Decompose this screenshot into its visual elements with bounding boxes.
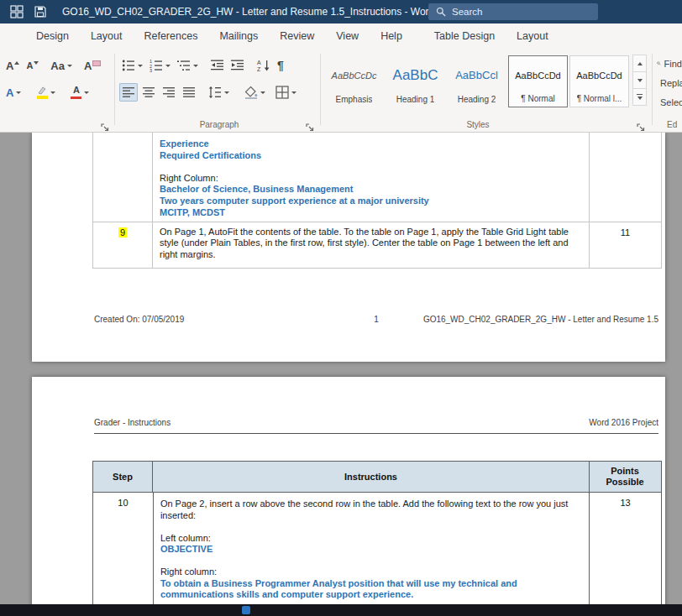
footer-document-name: GO16_WD_CH02_GRADER_2G_HW - Letter and R… [379,315,658,324]
gallery-down-button[interactable] [632,71,647,89]
step-number-highlighted: 9 [118,227,127,238]
grow-font-button[interactable]: A [3,56,22,75]
header-points-possible: Points Possible [590,462,660,492]
select-button[interactable]: Select [657,92,682,112]
doc-line [160,161,582,173]
document-page-1[interactable]: Experience Required Certifications Right… [32,133,665,362]
increase-indent-button[interactable] [228,56,247,75]
show-paragraph-marks-button[interactable]: ¶ [275,56,286,75]
instructions-cell: On Page 1, AutoFit the contents of the t… [153,222,590,268]
text-effects-button[interactable]: A [3,83,24,102]
line-spacing-button[interactable] [206,83,232,102]
justify-icon [182,86,196,99]
align-center-icon [142,86,155,99]
shading-button[interactable] [242,83,268,102]
points-value: 13 [620,498,630,508]
gallery-more-icon [637,97,643,100]
sort-button[interactable]: AZ [254,56,273,75]
find-button[interactable]: Find [657,54,682,73]
style-normal[interactable]: AaBbCcDd ¶ Normal [508,55,568,107]
tab-layout[interactable]: Layout [80,23,134,49]
page1-footer: Created On: 07/05/2019 1 GO16_WD_CH02_GR… [94,315,658,324]
align-left-button[interactable] [119,83,138,102]
gallery-more-button[interactable] [632,88,647,106]
text-effects-icon: A [6,87,13,98]
style-heading-1[interactable]: AaBbC Heading 1 [386,55,445,107]
highlight-icon [36,86,48,99]
footer-created-on: Created On: 07/05/2019 [94,315,374,324]
doc-line: Required Certifications [160,150,582,162]
tab-design[interactable]: Design [25,23,80,49]
gallery-up-icon [637,62,643,65]
gallery-up-button[interactable] [632,55,647,72]
decrease-indent-icon [211,59,224,72]
group-divider [114,54,115,125]
styles-gallery-scroll [632,55,647,106]
taskbar[interactable] [0,604,682,616]
tab-layout-contextual[interactable]: Layout [506,23,559,49]
font-dialog-launcher[interactable] [101,120,110,129]
align-right-button[interactable] [160,83,178,102]
text-highlight-button[interactable] [34,83,58,102]
tab-references[interactable]: References [133,23,208,49]
change-case-button[interactable]: Aa [48,56,75,75]
gallery-down-icon [637,79,643,82]
tab-review[interactable]: Review [269,23,325,49]
justify-button[interactable] [180,83,198,102]
style-normal-2[interactable]: AaBbCcDd ¶ Normal l... [569,55,629,107]
style-preview: AaBbCcl [447,55,506,95]
style-label: Emphasis [336,95,373,104]
clear-formatting-button[interactable]: A [81,56,103,75]
document-area[interactable]: Experience Required Certifications Right… [0,133,682,604]
tab-view[interactable]: View [325,23,370,49]
bullet-list-button[interactable] [119,56,145,75]
doc-line: On Page 2, insert a row above the second… [160,499,582,521]
replace-button[interactable]: Replace [657,73,682,92]
page2-table: Step Instructions Points Possible 10 On … [92,461,662,604]
pilcrow-icon: ¶ [277,59,284,72]
tab-mailings[interactable]: Mailings [208,23,269,49]
instructions-cell: On Page 2, insert a row above the second… [154,493,590,604]
doc-line: Right Column: [160,173,582,185]
tab-help[interactable]: Help [370,23,413,49]
word-logo-icon[interactable] [10,5,24,18]
group-divider [320,54,321,125]
shrink-font-button[interactable]: A [24,56,41,75]
group-divider [652,54,653,125]
editing-group: Find Replace Select [657,54,682,112]
paragraph-dialog-launcher[interactable] [306,120,315,129]
points-cell: 13 [590,493,661,604]
header-right-text: Word 2016 Project [589,418,658,427]
style-heading-2[interactable]: AaBbCcl Heading 2 [447,55,506,107]
doc-line [160,521,582,533]
points-cell: 11 [590,222,662,268]
svg-text:A: A [257,60,261,65]
font-color-button[interactable]: A [68,83,92,102]
header-instructions: Instructions [153,462,590,492]
styles-dialog-launcher[interactable] [637,120,646,129]
numbered-list-button[interactable]: 123 [147,56,173,75]
search-icon [436,7,446,17]
step-number: 10 [118,498,128,508]
paragraph-group-row1: 123 AZ ¶ [119,56,286,75]
style-label: Heading 2 [458,95,496,104]
taskbar-app-icon[interactable] [242,606,250,614]
document-page-2[interactable]: Grader - Instructions Word 2016 Project … [32,377,665,604]
borders-button[interactable] [273,83,299,102]
decrease-indent-button[interactable] [208,56,227,75]
multilevel-list-button[interactable] [175,56,201,75]
styles-group-label: Styles [324,120,632,129]
svg-text:Z: Z [257,66,261,72]
save-icon[interactable] [34,5,47,18]
sort-icon: AZ [257,59,270,72]
line-spacing-icon [208,86,222,99]
search-box[interactable]: Search [428,3,598,20]
doc-line: Right column: [160,566,582,578]
points-value: 11 [621,227,630,238]
style-emphasis[interactable]: AaBbCcDc Emphasis [324,55,384,107]
align-center-button[interactable] [139,83,158,102]
doc-line: Two years computer support experience at… [160,196,582,207]
font-group-row1: A A Aa A [3,56,103,75]
tab-table-design[interactable]: Table Design [423,23,506,49]
step-cell: 9 [92,222,153,268]
